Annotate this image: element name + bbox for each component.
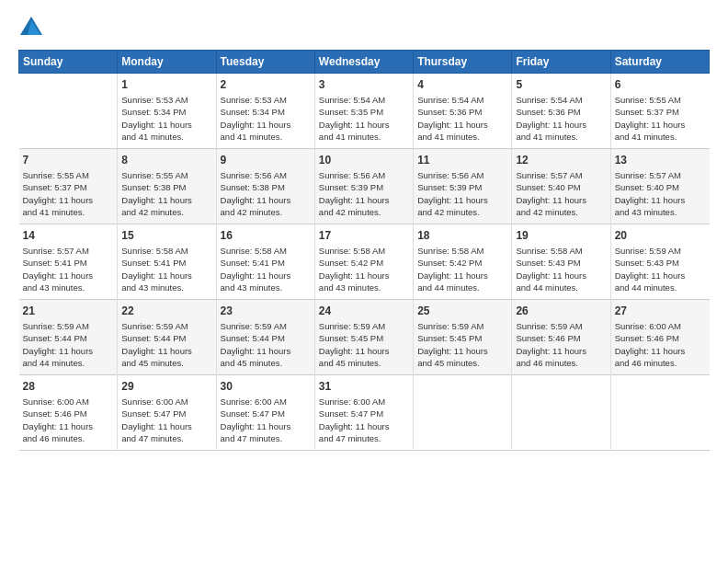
week-row-4: 21Sunrise: 5:59 AMSunset: 5:44 PMDayligh… (19, 300, 710, 375)
header-day-thursday: Thursday (414, 51, 512, 74)
calendar-cell: 7Sunrise: 5:55 AMSunset: 5:37 PMDaylight… (19, 149, 118, 224)
calendar-cell: 6Sunrise: 5:55 AMSunset: 5:37 PMDaylight… (610, 74, 709, 149)
header-day-monday: Monday (118, 51, 216, 74)
cell-data: Sunrise: 5:59 AMSunset: 5:44 PMDaylight:… (23, 320, 114, 369)
calendar-cell: 14Sunrise: 5:57 AMSunset: 5:41 PMDayligh… (19, 224, 118, 300)
cell-data: Sunrise: 5:59 AMSunset: 5:45 PMDaylight:… (319, 320, 409, 369)
cell-data: Sunrise: 6:00 AMSunset: 5:46 PMDaylight:… (23, 396, 114, 444)
header-row: SundayMondayTuesdayWednesdayThursdayFrid… (19, 51, 710, 74)
calendar-cell: 26Sunrise: 5:59 AMSunset: 5:46 PMDayligh… (512, 300, 610, 375)
calendar-cell: 2Sunrise: 5:53 AMSunset: 5:34 PMDaylight… (216, 74, 314, 149)
day-number: 26 (516, 304, 606, 318)
calendar-cell: 3Sunrise: 5:54 AMSunset: 5:35 PMDaylight… (314, 74, 413, 149)
calendar-cell: 11Sunrise: 5:56 AMSunset: 5:39 PMDayligh… (414, 149, 512, 224)
day-number: 8 (121, 153, 211, 167)
calendar-cell: 1Sunrise: 5:53 AMSunset: 5:34 PMDaylight… (118, 74, 216, 149)
cell-data: Sunrise: 5:54 AMSunset: 5:36 PMDaylight:… (417, 94, 507, 143)
day-number: 17 (319, 228, 409, 243)
day-number: 13 (615, 153, 706, 167)
day-number: 22 (121, 304, 211, 318)
calendar-cell: 25Sunrise: 5:59 AMSunset: 5:45 PMDayligh… (414, 300, 512, 375)
cell-data: Sunrise: 6:00 AMSunset: 5:46 PMDaylight:… (615, 320, 706, 369)
calendar-cell: 20Sunrise: 5:59 AMSunset: 5:43 PMDayligh… (610, 224, 709, 300)
day-number: 16 (221, 228, 311, 243)
calendar-cell: 23Sunrise: 5:59 AMSunset: 5:44 PMDayligh… (216, 300, 314, 375)
calendar-table: SundayMondayTuesdayWednesdayThursdayFrid… (18, 50, 710, 451)
calendar-cell: 24Sunrise: 5:59 AMSunset: 5:45 PMDayligh… (314, 300, 413, 375)
header-day-friday: Friday (512, 51, 610, 74)
calendar-cell: 28Sunrise: 6:00 AMSunset: 5:46 PMDayligh… (19, 375, 118, 451)
day-number: 29 (121, 379, 211, 394)
day-number: 10 (319, 153, 409, 167)
calendar-cell: 10Sunrise: 5:56 AMSunset: 5:39 PMDayligh… (314, 149, 413, 224)
calendar-cell: 27Sunrise: 6:00 AMSunset: 5:46 PMDayligh… (610, 300, 709, 375)
day-number: 31 (319, 379, 409, 394)
day-number: 5 (516, 77, 606, 92)
cell-data: Sunrise: 5:55 AMSunset: 5:37 PMDaylight:… (615, 94, 706, 143)
calendar-cell: 17Sunrise: 5:58 AMSunset: 5:42 PMDayligh… (314, 224, 413, 300)
cell-data: Sunrise: 6:00 AMSunset: 5:47 PMDaylight:… (319, 396, 409, 444)
calendar-cell: 4Sunrise: 5:54 AMSunset: 5:36 PMDaylight… (414, 74, 512, 149)
day-number: 25 (417, 304, 507, 318)
calendar-cell (19, 74, 118, 149)
day-number: 1 (121, 77, 211, 92)
cell-data: Sunrise: 5:59 AMSunset: 5:43 PMDaylight:… (615, 245, 706, 293)
week-row-1: 1Sunrise: 5:53 AMSunset: 5:34 PMDaylight… (19, 74, 710, 149)
day-number: 21 (23, 304, 114, 318)
day-number: 14 (23, 228, 114, 243)
day-number: 7 (23, 153, 114, 167)
cell-data: Sunrise: 5:59 AMSunset: 5:44 PMDaylight:… (121, 320, 211, 369)
cell-data: Sunrise: 5:53 AMSunset: 5:34 PMDaylight:… (221, 94, 311, 143)
cell-data: Sunrise: 5:58 AMSunset: 5:42 PMDaylight:… (319, 245, 409, 293)
logo-icon (18, 15, 44, 40)
cell-data: Sunrise: 6:00 AMSunset: 5:47 PMDaylight:… (121, 396, 211, 444)
day-number: 4 (417, 77, 507, 92)
calendar-cell: 22Sunrise: 5:59 AMSunset: 5:44 PMDayligh… (118, 300, 216, 375)
cell-data: Sunrise: 5:56 AMSunset: 5:38 PMDaylight:… (221, 169, 311, 218)
day-number: 3 (319, 77, 409, 92)
cell-data: Sunrise: 5:57 AMSunset: 5:40 PMDaylight:… (516, 169, 606, 218)
cell-data: Sunrise: 5:54 AMSunset: 5:35 PMDaylight:… (319, 94, 409, 143)
cell-data: Sunrise: 5:55 AMSunset: 5:38 PMDaylight:… (121, 169, 211, 218)
calendar-cell: 13Sunrise: 5:57 AMSunset: 5:40 PMDayligh… (610, 149, 709, 224)
header-day-saturday: Saturday (610, 51, 709, 74)
day-number: 11 (417, 153, 507, 167)
day-number: 23 (221, 304, 311, 318)
day-number: 9 (221, 153, 311, 167)
cell-data: Sunrise: 5:58 AMSunset: 5:41 PMDaylight:… (221, 245, 311, 293)
calendar-cell: 9Sunrise: 5:56 AMSunset: 5:38 PMDaylight… (216, 149, 314, 224)
calendar-cell: 29Sunrise: 6:00 AMSunset: 5:47 PMDayligh… (118, 375, 216, 451)
logo (18, 15, 48, 40)
cell-data: Sunrise: 5:59 AMSunset: 5:44 PMDaylight:… (221, 320, 311, 369)
cell-data: Sunrise: 5:59 AMSunset: 5:46 PMDaylight:… (516, 320, 606, 369)
day-number: 18 (417, 228, 507, 243)
calendar-cell: 12Sunrise: 5:57 AMSunset: 5:40 PMDayligh… (512, 149, 610, 224)
calendar-cell (414, 375, 512, 451)
week-row-3: 14Sunrise: 5:57 AMSunset: 5:41 PMDayligh… (19, 224, 710, 300)
cell-data: Sunrise: 6:00 AMSunset: 5:47 PMDaylight:… (221, 396, 311, 444)
cell-data: Sunrise: 5:58 AMSunset: 5:41 PMDaylight:… (121, 245, 211, 293)
cell-data: Sunrise: 5:53 AMSunset: 5:34 PMDaylight:… (121, 94, 211, 143)
calendar-cell: 31Sunrise: 6:00 AMSunset: 5:47 PMDayligh… (314, 375, 413, 451)
day-number: 12 (516, 153, 606, 167)
cell-data: Sunrise: 5:59 AMSunset: 5:45 PMDaylight:… (417, 320, 507, 369)
day-number: 6 (615, 77, 706, 92)
day-number: 15 (121, 228, 211, 243)
cell-data: Sunrise: 5:55 AMSunset: 5:37 PMDaylight:… (23, 169, 114, 218)
day-number: 2 (221, 77, 311, 92)
calendar-cell: 21Sunrise: 5:59 AMSunset: 5:44 PMDayligh… (19, 300, 118, 375)
calendar-cell: 30Sunrise: 6:00 AMSunset: 5:47 PMDayligh… (216, 375, 314, 451)
header-day-sunday: Sunday (19, 51, 118, 74)
day-number: 27 (615, 304, 706, 318)
calendar-cell: 18Sunrise: 5:58 AMSunset: 5:42 PMDayligh… (414, 224, 512, 300)
calendar-cell: 19Sunrise: 5:58 AMSunset: 5:43 PMDayligh… (512, 224, 610, 300)
week-row-5: 28Sunrise: 6:00 AMSunset: 5:46 PMDayligh… (19, 375, 710, 451)
cell-data: Sunrise: 5:54 AMSunset: 5:36 PMDaylight:… (516, 94, 606, 143)
week-row-2: 7Sunrise: 5:55 AMSunset: 5:37 PMDaylight… (19, 149, 710, 224)
cell-data: Sunrise: 5:57 AMSunset: 5:40 PMDaylight:… (615, 169, 706, 218)
calendar-cell: 16Sunrise: 5:58 AMSunset: 5:41 PMDayligh… (216, 224, 314, 300)
calendar-cell (610, 375, 709, 451)
cell-data: Sunrise: 5:56 AMSunset: 5:39 PMDaylight:… (417, 169, 507, 218)
header (18, 15, 710, 40)
cell-data: Sunrise: 5:58 AMSunset: 5:43 PMDaylight:… (516, 245, 606, 293)
